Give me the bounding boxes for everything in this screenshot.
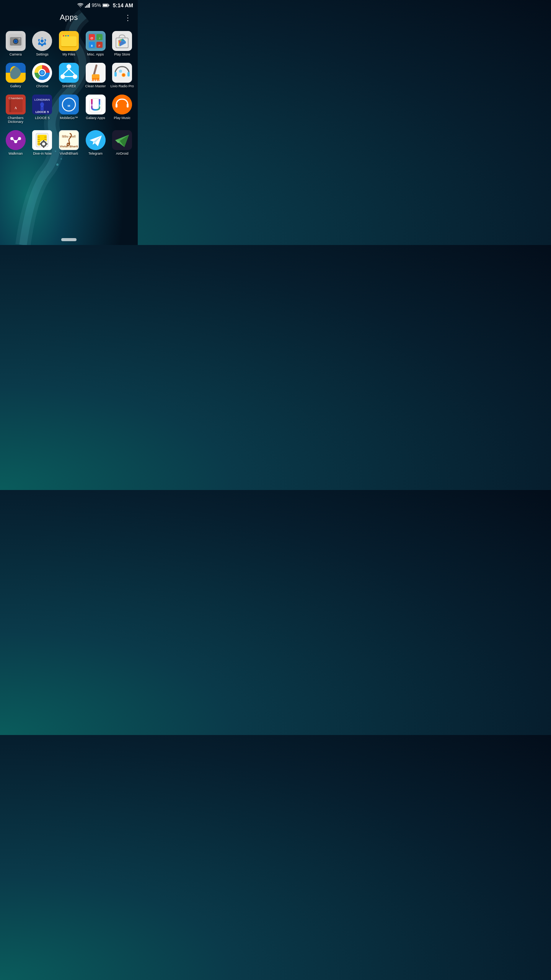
playstore-icon bbox=[112, 31, 132, 51]
home-indicator[interactable] bbox=[61, 238, 77, 241]
app-settings[interactable]: Settings bbox=[30, 29, 55, 58]
vividh-icon: Vividh Bharti विविध भारती bbox=[59, 130, 79, 150]
svg-rect-11 bbox=[108, 5, 109, 6]
divein-label: Dive-in Now bbox=[33, 152, 52, 156]
overflow-menu-button[interactable]: ⋮ bbox=[124, 13, 132, 22]
svg-rect-117 bbox=[43, 147, 44, 148]
svg-text:F: F bbox=[98, 44, 100, 47]
svg-text:LONGMAN: LONGMAN bbox=[34, 98, 50, 101]
telegram-icon bbox=[86, 130, 106, 150]
svg-text:Vividh Bharti: Vividh Bharti bbox=[60, 145, 78, 148]
app-livio[interactable]: Livio Radio Pro bbox=[109, 61, 135, 90]
svg-text:विविध भारती: विविध भारती bbox=[62, 135, 76, 139]
app-cleanmaster[interactable]: Clean Master bbox=[83, 61, 108, 90]
svg-rect-12 bbox=[103, 4, 108, 7]
cleanmaster-label: Clean Master bbox=[85, 84, 106, 88]
page-title: Apps bbox=[60, 13, 78, 22]
app-camera[interactable]: Camera bbox=[3, 29, 28, 58]
myfiles-label: My Files bbox=[62, 52, 75, 57]
app-gallery[interactable]: Gallery bbox=[3, 61, 28, 90]
svg-text:8: 8 bbox=[91, 44, 93, 47]
app-ldoce[interactable]: L LONGMAN LDOCE 5 LDOCE 5 bbox=[30, 93, 55, 126]
status-bar: 95% 5:14 AM bbox=[0, 0, 138, 10]
svg-text:Galaxy: Galaxy bbox=[90, 103, 101, 107]
status-icons: 95% bbox=[77, 3, 109, 8]
svg-rect-119 bbox=[46, 143, 47, 145]
svg-rect-75 bbox=[127, 72, 130, 77]
ldoce-label: LDOCE 5 bbox=[35, 116, 50, 120]
svg-text:A: A bbox=[15, 106, 17, 110]
airdroid-label: AirDroid bbox=[116, 152, 129, 156]
chrome-label: Chrome bbox=[36, 84, 48, 88]
camera-icon bbox=[6, 31, 26, 51]
clock: 5:14 AM bbox=[113, 2, 133, 8]
svg-rect-30 bbox=[67, 35, 69, 36]
svg-rect-118 bbox=[40, 143, 41, 145]
app-airdroid[interactable]: AirDroid bbox=[109, 129, 135, 157]
myfiles-icon bbox=[59, 31, 79, 51]
settings-label: Settings bbox=[36, 52, 49, 57]
app-chambers[interactable]: A Chambers Chambers Dictionary bbox=[3, 93, 28, 126]
chambers-label: Chambers Dictionary bbox=[4, 116, 28, 124]
svg-point-60 bbox=[60, 74, 65, 79]
svg-rect-116 bbox=[43, 140, 44, 141]
svg-text:LDOCE 5: LDOCE 5 bbox=[36, 110, 49, 114]
svg-rect-9 bbox=[89, 3, 90, 8]
app-mobilego[interactable]: M MobileGo™ bbox=[56, 93, 82, 126]
svg-point-17 bbox=[15, 40, 17, 42]
app-galaxy[interactable]: Galaxy Galaxy Apps bbox=[83, 93, 108, 126]
galaxy-icon: Galaxy bbox=[86, 95, 106, 114]
shareit-icon bbox=[59, 63, 79, 83]
app-grid: Camera Settings bbox=[0, 26, 138, 160]
vividh-label: VividhBharti bbox=[60, 152, 78, 156]
settings-icon bbox=[32, 31, 52, 51]
app-misc[interactable]: @ ♪ 8 F Misc. Apps bbox=[83, 29, 108, 58]
svg-point-77 bbox=[122, 74, 125, 76]
shareit-label: SHAREit bbox=[62, 84, 76, 88]
playmusic-label: Play Music bbox=[114, 116, 130, 120]
svg-text:♪: ♪ bbox=[99, 36, 100, 40]
mobilego-icon: M bbox=[59, 95, 79, 114]
galaxy-label: Galaxy Apps bbox=[86, 116, 105, 120]
livio-icon bbox=[112, 63, 132, 83]
playstore-label: Play Store bbox=[114, 52, 130, 57]
camera-label: Camera bbox=[10, 52, 22, 57]
wifi-icon bbox=[77, 3, 83, 8]
app-playstore[interactable]: Play Store bbox=[109, 29, 135, 58]
svg-point-95 bbox=[112, 95, 132, 114]
svg-point-78 bbox=[119, 70, 122, 73]
app-playmusic[interactable]: Play Music bbox=[109, 93, 135, 126]
app-telegram[interactable]: Telegram bbox=[83, 129, 108, 157]
chambers-icon: A Chambers bbox=[6, 95, 26, 114]
app-myfiles[interactable]: My Files bbox=[56, 29, 82, 58]
svg-point-21 bbox=[41, 39, 44, 42]
svg-line-71 bbox=[97, 78, 98, 81]
svg-point-59 bbox=[67, 64, 71, 69]
livio-label: Livio Radio Pro bbox=[111, 84, 134, 88]
svg-text:Chambers: Chambers bbox=[8, 96, 23, 100]
svg-rect-28 bbox=[63, 35, 64, 36]
app-vividh[interactable]: Vividh Bharti विविध भारती VividhBharti bbox=[56, 129, 82, 157]
svg-rect-8 bbox=[88, 4, 89, 8]
svg-rect-18 bbox=[18, 38, 20, 39]
battery-icon bbox=[103, 3, 109, 8]
walkman-label: Walkman bbox=[8, 152, 23, 156]
app-chrome[interactable]: Chrome bbox=[30, 61, 55, 90]
svg-point-57 bbox=[40, 71, 44, 75]
walkman-icon bbox=[6, 130, 26, 150]
cleanmaster-icon bbox=[86, 63, 106, 83]
gallery-icon bbox=[6, 63, 26, 83]
app-walkman[interactable]: Walkman bbox=[3, 129, 28, 157]
chrome-icon bbox=[32, 63, 52, 83]
playmusic-icon bbox=[112, 95, 132, 114]
svg-rect-6 bbox=[85, 7, 86, 8]
header: Apps ⋮ bbox=[0, 10, 138, 26]
ldoce-icon: L LONGMAN LDOCE 5 bbox=[32, 95, 52, 114]
mobilego-label: MobileGo™ bbox=[60, 116, 78, 120]
svg-rect-29 bbox=[65, 35, 67, 36]
app-shareit[interactable]: SHAREit bbox=[56, 61, 82, 90]
gallery-label: Gallery bbox=[10, 84, 21, 88]
app-divein[interactable]: Dive-in Now bbox=[30, 129, 55, 157]
battery-percent: 95% bbox=[92, 3, 101, 8]
misc-icon: @ ♪ 8 F bbox=[86, 31, 106, 51]
